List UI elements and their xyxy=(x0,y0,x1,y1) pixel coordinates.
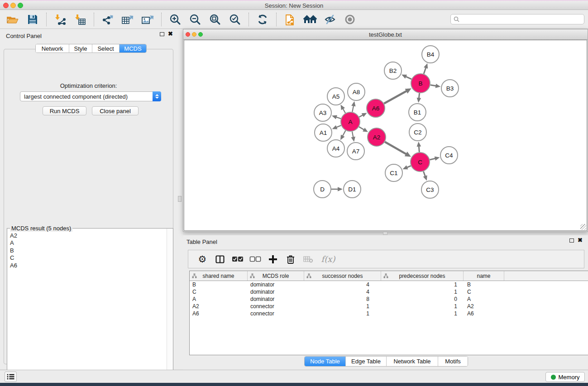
search-field[interactable] xyxy=(450,14,584,24)
graph-edge-D-D1[interactable] xyxy=(331,187,343,191)
graph-node-C2[interactable]: C2 xyxy=(409,124,426,141)
show-all-button[interactable] xyxy=(342,12,358,27)
horizontal-splitter-grip[interactable] xyxy=(383,232,387,235)
unselect-all-button[interactable] xyxy=(248,252,263,267)
zoom-fit-button[interactable] xyxy=(207,12,223,27)
graph-edge-A-A1[interactable] xyxy=(332,125,341,129)
tab-style[interactable]: Style xyxy=(69,44,92,52)
graph-edge-A-A3[interactable] xyxy=(332,115,341,119)
show-columns-button[interactable] xyxy=(212,252,228,267)
column-header-name[interactable]: name xyxy=(464,271,504,281)
select-all-button[interactable] xyxy=(230,252,245,267)
graph-node-B[interactable]: B xyxy=(411,74,430,93)
graph-node-A5[interactable]: A5 xyxy=(327,88,344,105)
table-row[interactable]: Adominator80A xyxy=(190,295,588,303)
graph-node-C1[interactable]: C1 xyxy=(385,164,402,181)
close-panel-button[interactable]: Close panel xyxy=(92,106,139,115)
create-column-button[interactable] xyxy=(265,252,281,267)
tab-motifs[interactable]: Motifs xyxy=(438,357,468,366)
export-table-button[interactable] xyxy=(120,12,136,27)
tab-network-table[interactable]: Network Table xyxy=(387,357,438,366)
graph-node-C[interactable]: C xyxy=(411,152,430,172)
column-header-successor nodes[interactable]: successor nodes xyxy=(304,271,381,281)
graph-node-C4[interactable]: C4 xyxy=(440,147,458,164)
graph-edge-B-B3[interactable] xyxy=(430,84,441,88)
run-mcds-button[interactable]: Run MCDS xyxy=(43,106,86,115)
open-session-button[interactable] xyxy=(5,12,21,27)
table-row[interactable]: A6connector11A6 xyxy=(190,310,588,317)
graph-node-A7[interactable]: A7 xyxy=(347,143,364,160)
graph-node-A6[interactable]: A6 xyxy=(367,99,385,117)
zoom-out-button[interactable] xyxy=(187,12,203,27)
apply-layout-button[interactable] xyxy=(254,12,271,27)
splitter-grip[interactable] xyxy=(178,196,182,202)
graph-edge-A-A2[interactable] xyxy=(359,127,368,132)
graph-edge-C-C2[interactable] xyxy=(417,142,421,152)
network-canvas[interactable]: AA1A2A3A4A5A6A7A8BB1B2B3B4CC1C2C3C4DD1 xyxy=(184,40,587,231)
graph-node-A8[interactable]: A8 xyxy=(348,83,365,100)
graph-node-B1[interactable]: B1 xyxy=(409,104,426,121)
result-scrollbar[interactable] xyxy=(167,229,173,381)
graph-edge-A-A5[interactable] xyxy=(340,105,345,113)
table-mode-button[interactable]: ⚙ xyxy=(195,252,210,267)
graph-edge-A2-C[interactable] xyxy=(385,142,411,157)
tab-edge-table[interactable]: Edge Table xyxy=(346,357,387,366)
graph-node-B3[interactable]: B3 xyxy=(441,80,459,97)
mcds-result-item[interactable]: B xyxy=(7,247,166,254)
graph-edge-C-C3[interactable] xyxy=(423,172,427,181)
graph-edge-B-B1[interactable] xyxy=(417,93,421,103)
tab-network[interactable]: Network xyxy=(36,44,69,52)
close-table-panel-icon[interactable]: ✖ xyxy=(578,238,583,243)
graph-node-A2[interactable]: A2 xyxy=(368,128,386,146)
graph-node-A[interactable]: A xyxy=(341,112,360,131)
delete-table-button[interactable] xyxy=(301,252,316,267)
graph-node-D[interactable]: D xyxy=(314,181,331,198)
mcds-result-item[interactable]: A6 xyxy=(7,262,166,269)
mcds-result-item[interactable]: C xyxy=(7,254,166,262)
hide-selected-button[interactable] xyxy=(322,12,338,27)
table-row[interactable]: Cdominator41C xyxy=(190,288,588,295)
table-row[interactable]: Bdominator41B xyxy=(190,281,588,288)
zoom-selected-button[interactable] xyxy=(227,12,243,27)
mcds-result-item[interactable]: A xyxy=(7,239,166,247)
graph-node-B2[interactable]: B2 xyxy=(384,62,402,79)
graph-edge-A-A6[interactable] xyxy=(359,113,367,117)
export-image-button[interactable] xyxy=(139,12,156,27)
function-builder-button[interactable]: f(x) xyxy=(318,252,338,267)
graph-node-B4[interactable]: B4 xyxy=(422,46,439,63)
graph-node-A3[interactable]: A3 xyxy=(314,104,331,121)
search-input[interactable] xyxy=(461,16,581,23)
float-table-panel-icon[interactable] xyxy=(569,238,574,243)
float-panel-icon[interactable] xyxy=(160,32,164,36)
import-table-button[interactable] xyxy=(72,12,88,27)
memory-button[interactable]: Memory xyxy=(545,372,585,382)
new-network-from-selection-button[interactable] xyxy=(282,12,298,27)
vertical-splitter[interactable] xyxy=(177,29,183,369)
table-row[interactable]: A2connector11A2 xyxy=(190,303,588,310)
column-header-MCDS role[interactable]: MCDS role xyxy=(248,271,304,281)
zoom-in-button[interactable] xyxy=(167,12,183,27)
graph-edge-C-C4[interactable] xyxy=(430,157,440,161)
export-network-button[interactable] xyxy=(100,12,116,27)
graph-node-C3[interactable]: C3 xyxy=(421,181,439,198)
graph-node-A4[interactable]: A4 xyxy=(327,140,344,157)
tab-select[interactable]: Select xyxy=(92,44,120,52)
graph-node-A1[interactable]: A1 xyxy=(315,124,332,141)
column-header-predecessor nodes[interactable]: predecessor nodes xyxy=(381,271,464,281)
save-session-button[interactable] xyxy=(24,12,41,27)
delete-columns-button[interactable] xyxy=(283,252,298,267)
graph-edge-A-A4[interactable] xyxy=(340,130,345,140)
graph-edge-B-B2[interactable] xyxy=(402,75,411,79)
column-header-shared name[interactable]: shared name xyxy=(190,271,248,281)
graph-node-D1[interactable]: D1 xyxy=(344,181,361,198)
graph-edge-A-A8[interactable] xyxy=(351,101,355,112)
first-neighbors-button[interactable] xyxy=(302,12,318,27)
optimization-select[interactable]: largest connected component (directed) xyxy=(20,91,161,101)
graph-edge-A6-B[interactable] xyxy=(384,88,411,104)
task-history-button[interactable] xyxy=(5,372,17,382)
close-panel-icon[interactable]: ✖ xyxy=(168,32,173,36)
tab-mcds[interactable]: MCDS xyxy=(120,44,146,52)
tab-node-table[interactable]: Node Table xyxy=(305,357,346,366)
graph-edge-A-A7[interactable] xyxy=(351,132,355,142)
mcds-result-item[interactable]: A2 xyxy=(7,232,166,239)
